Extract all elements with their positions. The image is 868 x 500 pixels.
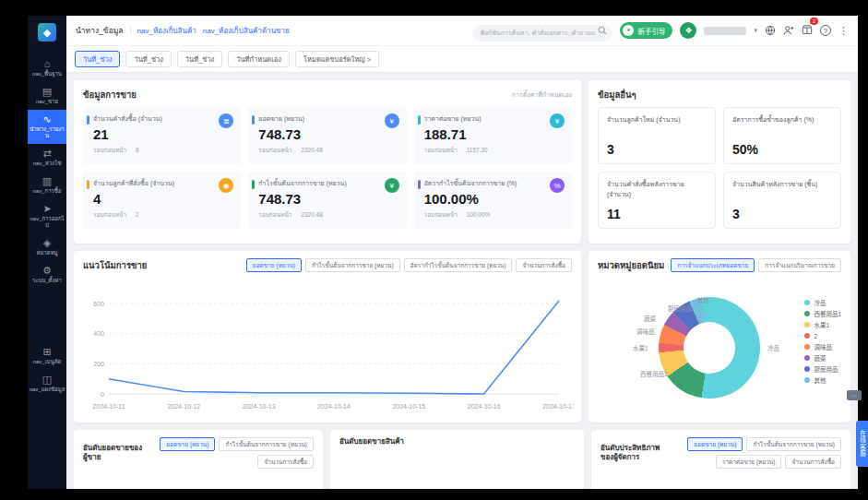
breadcrumb-warehouse[interactable]: nav_ห้องเก็บสินค้า: [137, 25, 196, 37]
metric-sales-amount-chip[interactable]: ยอดขาย (หยวน): [246, 258, 302, 272]
grid-icon: ⊞: [28, 346, 66, 357]
stat-prev: รอบก่อนหน้า 8: [93, 146, 232, 155]
stat-gross-profit: กำไรขั้นต้นจากการขาย (หยวน) 748.73 รอบก่…: [248, 172, 406, 229]
seller-metric-profit-chip[interactable]: กำไรขั้นต้นจากการขาย (หยวน): [219, 437, 314, 451]
category-by-quantity-chip[interactable]: การจำแนกปริมาณการขาย: [758, 258, 841, 272]
chevron-down-icon[interactable]: ▾: [754, 27, 757, 34]
sidebar-item-chain[interactable]: ⇄ nav_ห่วงโซ่: [28, 144, 66, 172]
sidebar-item-shortcut[interactable]: ⊞ nav_เมนูลัด: [28, 342, 66, 370]
message-box-icon[interactable]: 2: [802, 22, 813, 39]
sidebar-item-purchase[interactable]: ▥ nav_การซื้อ: [28, 172, 66, 199]
breadcrumb-warehouse-sales[interactable]: nav_ห้องเก็บสินค้าด้านขาย: [203, 25, 290, 37]
manager-metric-price-chip[interactable]: ราคาต่อขาย (หยวน): [716, 455, 782, 469]
gear-icon: ⚙: [28, 265, 66, 276]
tab-date-range-3[interactable]: วันที่_ช่วง: [177, 51, 222, 67]
stat-order-count: จำนวนคำสั่งซื้อ (จำนวน) 21 รอบก่อนหน้า 8…: [83, 107, 241, 164]
seller-metric-sales-chip[interactable]: ยอดขาย (หยวน): [160, 437, 215, 451]
categories-card-title: หมวดหมู่ยอดนิยม: [598, 258, 664, 272]
legend-item[interactable]: 厨房用品: [804, 363, 841, 375]
stat-repurchase-rate: อัตราการซื้อซ้ำของลูกค้า (%) 50%: [723, 107, 841, 164]
stat-prev-label: รอบก่อนหน้า: [424, 211, 458, 218]
online-support-button[interactable]: 在线客服: [856, 421, 868, 467]
stat-prev-label: รอบก่อนหน้า: [258, 147, 291, 153]
svg-text:2024-10-14: 2024-10-14: [317, 403, 351, 410]
manager-metric-sales-chip[interactable]: ยอดขาย (หยวน): [687, 437, 743, 451]
sidebar-item-outbound[interactable]: ➤ nav_การออกไป: [28, 199, 66, 233]
sidebar-item-datapanel[interactable]: ◫ nav_แผงข้อมูล: [28, 370, 66, 398]
stat-prev: รอบก่อนหน้า 2320.48: [258, 146, 398, 155]
seller-ranking-card: อันดับยอดขายของผู้ขาย ยอดขาย (หยวน) กำไร…: [74, 430, 323, 489]
app-logo-icon: ◆: [38, 23, 56, 42]
legend-item[interactable]: 蔬菜: [804, 352, 841, 363]
tab-date-custom[interactable]: วันที่กำหนดเอง: [228, 51, 290, 67]
stat-value: 748.73: [258, 191, 398, 207]
stat-label: ราคาต่อขาย (หยวน): [424, 113, 564, 124]
legend-dot: [804, 344, 810, 350]
exchange-icon: ⇄: [28, 148, 66, 159]
metric-profit-rate-chip[interactable]: อัตรากำไรขั้นต้นจากการขาย (หยวน): [404, 258, 513, 272]
stat-prev-value: 2: [136, 211, 139, 218]
tab-date-range-2[interactable]: วันที่_ช่วง: [125, 51, 171, 67]
yuan-icon: ¥: [385, 113, 399, 128]
donut-label: 冷品: [767, 343, 779, 352]
sidebar-item-category[interactable]: ◈ หมวดหมู่: [28, 233, 66, 261]
legend-item[interactable]: 2: [804, 330, 841, 341]
stat-label: กำไรขั้นต้นจากการขาย (หยวน): [258, 178, 398, 188]
stat-accent: [252, 115, 255, 125]
cube-icon: ◫: [28, 374, 66, 385]
stat-accent: [87, 180, 89, 189]
sales-card-title: ข้อมูลการขาย: [83, 88, 137, 101]
legend-item[interactable]: 冷品: [804, 297, 841, 308]
main-content: ข้อมูลการขาย การตั้งค่าที่กำหนดเอง จำนวน…: [66, 73, 858, 489]
beginner-guide-button[interactable]: ✦ 新手引导: [620, 22, 672, 39]
sidebar-item-sales[interactable]: ▤ nav_ขาย: [28, 82, 66, 110]
product-ranking-title: อันดับยอดขายสินค้า: [339, 437, 404, 446]
category-by-amount-chip[interactable]: การจำแนกประเภทยอดขาย: [671, 258, 755, 272]
svg-text:400: 400: [93, 330, 104, 337]
topbar: นำทาง_ข้อมูล nav_ห้องเก็บสินค้า nav_ห้อง…: [66, 16, 858, 46]
date-tabs-bar: วันที่_ช่วง วันที่_ช่วง วันที่_ช่วง วันท…: [66, 46, 858, 73]
seller-metric-orders-chip[interactable]: จำนวนการสั่งซื้อ: [257, 455, 314, 469]
svg-text:200: 200: [93, 361, 104, 367]
stat-profit-rate: อัตรากำไรขั้นต้นจากการขาย (%) 100.00% รอ…: [414, 172, 572, 229]
stat-prev-value: 100.00%: [467, 211, 491, 218]
legend-item[interactable]: 调味品: [804, 341, 841, 352]
legend-dot: [804, 366, 810, 372]
legend-item[interactable]: 西餐用品1: [804, 308, 841, 319]
language-icon[interactable]: [765, 25, 776, 36]
legend-item[interactable]: 水果1: [804, 319, 841, 330]
avatar[interactable]: ❖: [680, 22, 696, 39]
stat-prev-value: 2320.48: [301, 147, 323, 153]
stat-value: 188.71: [424, 126, 564, 142]
svg-text:2024-10-16: 2024-10-16: [468, 403, 501, 410]
stat-avg-price: ราคาต่อขาย (หยวน) 188.71 รอบก่อนหน้า 115…: [414, 107, 572, 164]
search-icon[interactable]: [598, 26, 607, 35]
stat-prev-value: 2320.48: [301, 211, 323, 218]
divider: [130, 26, 131, 35]
line-chart-icon: ∿: [28, 113, 66, 125]
donut-label: 西餐用品1: [640, 369, 668, 378]
legend-item[interactable]: 其他: [804, 375, 841, 386]
sidebar-item-settings[interactable]: ⚙ ระบบ_ตั้งค่า: [28, 261, 66, 289]
sidebar-item-basic[interactable]: ⌂ nav_พื้นฐาน: [28, 54, 66, 82]
stat-accent: [252, 180, 255, 189]
top-categories-card: หมวดหมู่ยอดนิยม การจำแนกประเภทยอดขาย การ…: [589, 251, 850, 423]
invite-user-icon[interactable]: [783, 25, 794, 36]
metric-order-count-chip[interactable]: จำนวนการสั่งซื้อ: [516, 258, 572, 272]
svg-text:2024-10-12: 2024-10-12: [167, 403, 200, 410]
search-input[interactable]: [472, 25, 612, 42]
manager-metric-profit-chip[interactable]: กำไรขั้นต้นจากการขาย (หยวน): [746, 437, 841, 451]
global-search[interactable]: [472, 22, 612, 39]
big-screen-mode-link[interactable]: โหมดแดชบอร์ดใหญ่ >: [295, 51, 379, 67]
sidebar-item-dashboard[interactable]: ∿ นำทาง_รายงาน: [28, 110, 66, 144]
manager-metric-orders-chip[interactable]: จำนวนการสั่งซื้อ: [785, 455, 841, 469]
legend-dot: [804, 355, 810, 361]
stat-label: จำนวนลูกค้าที่สั่งซื้อ (จำนวน): [93, 178, 232, 188]
collapsed-widget-button[interactable]: ⋯: [847, 390, 862, 400]
tab-date-range-1[interactable]: วันที่_ช่วง: [75, 51, 120, 67]
metric-gross-profit-chip[interactable]: กำไรขั้นต้นจากการขาย (หยวน): [305, 258, 400, 272]
custom-settings-link[interactable]: การตั้งค่าที่กำหนดเอง: [512, 89, 572, 100]
more-icon[interactable]: ⋮: [838, 25, 849, 37]
help-icon[interactable]: ?: [820, 25, 831, 36]
other-card-title: ข้อมูลอื่นๆ: [598, 88, 636, 101]
